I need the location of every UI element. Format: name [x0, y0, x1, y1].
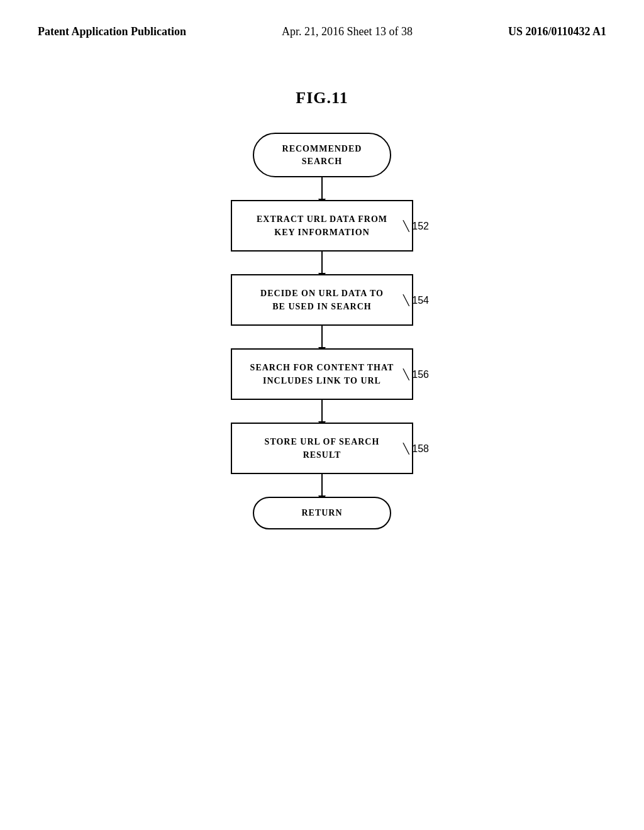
header-publication-label: Patent Application Publication [38, 25, 186, 38]
header: Patent Application Publication Apr. 21, … [0, 0, 644, 51]
step-158-box: STORE URL OF SEARCHRESULT [231, 423, 413, 474]
connector-1 [321, 252, 323, 274]
connector-0 [321, 177, 323, 200]
step-158-row: STORE URL OF SEARCHRESULT ╲ 158 [196, 423, 448, 474]
step-154-row: DECIDE ON URL DATA TOBE USED IN SEARCH ╲… [196, 274, 448, 326]
step-156-box: SEARCH FOR CONTENT THATINCLUDES LINK TO … [231, 348, 413, 400]
end-shape: RETURN [253, 497, 391, 529]
step-158-label: ╲ 158 [403, 443, 429, 455]
start-shape: RECOMMENDEDSEARCH [253, 133, 391, 177]
header-patent-number: US 2016/0110432 A1 [508, 25, 606, 38]
step-152-label: ╲ 152 [403, 220, 429, 232]
step-154-label: ╲ 154 [403, 294, 429, 306]
step-152-row: EXTRACT URL DATA FROMKEY INFORMATION ╲ 1… [196, 200, 448, 252]
start-shape-row: RECOMMENDEDSEARCH [196, 133, 448, 177]
figure-label: FIG.11 [296, 89, 348, 108]
page: Patent Application Publication Apr. 21, … [0, 0, 644, 830]
step-152-box: EXTRACT URL DATA FROMKEY INFORMATION [231, 200, 413, 252]
connector-4 [321, 474, 323, 497]
header-date-sheet: Apr. 21, 2016 Sheet 13 of 38 [282, 25, 413, 38]
step-156-label: ╲ 156 [403, 368, 429, 380]
end-shape-row: RETURN [196, 497, 448, 529]
step-154-box: DECIDE ON URL DATA TOBE USED IN SEARCH [231, 274, 413, 326]
step-156-row: SEARCH FOR CONTENT THATINCLUDES LINK TO … [196, 348, 448, 400]
connector-2 [321, 326, 323, 348]
connector-3 [321, 400, 323, 423]
flowchart: RECOMMENDEDSEARCH EXTRACT URL DATA FROMK… [196, 133, 448, 529]
diagram-area: FIG.11 RECOMMENDEDSEARCH EXTRACT URL DAT… [0, 51, 644, 529]
